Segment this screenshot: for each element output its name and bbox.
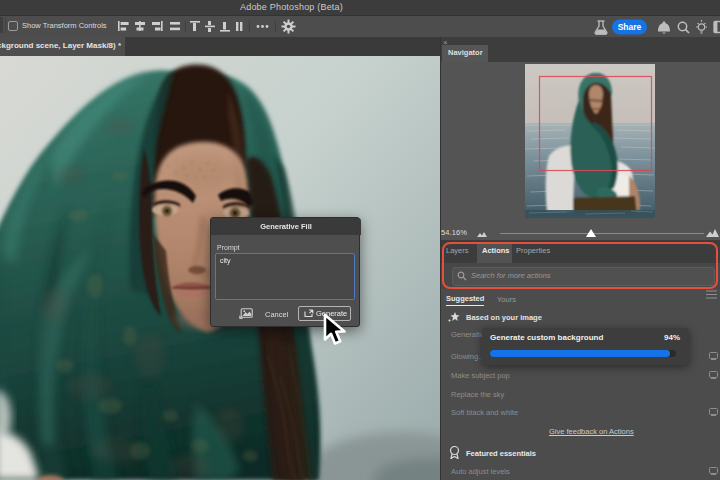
svg-text:Share: Share — [618, 22, 642, 32]
